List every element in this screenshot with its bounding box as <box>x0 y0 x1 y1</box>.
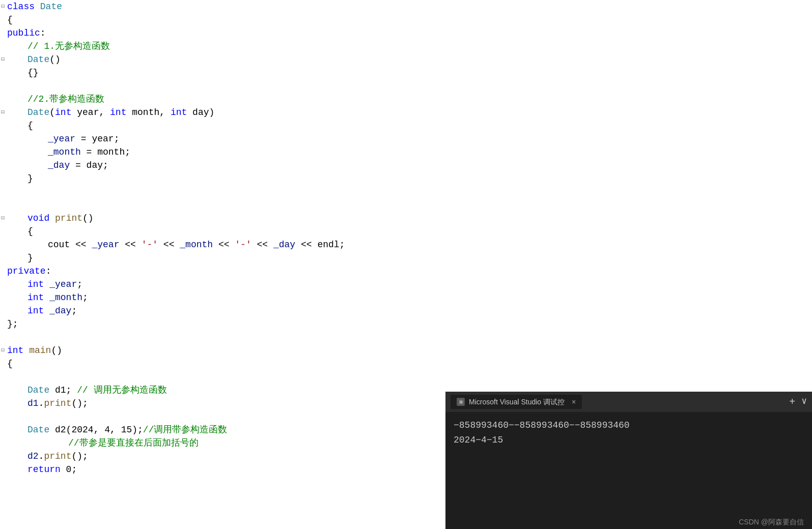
code-line: _day = day; <box>0 159 812 172</box>
collapse-arrow[interactable]: ⊟ <box>1 53 5 66</box>
code-line: { <box>0 13 812 26</box>
token-plain: { <box>27 225 33 238</box>
token-plain: = day; <box>70 159 108 172</box>
token-plain: (); <box>71 450 88 463</box>
token-plain: } <box>27 251 33 264</box>
token-plain: () <box>51 344 62 357</box>
collapse-arrow[interactable]: ⊟ <box>1 344 5 357</box>
token-var-dark: _day <box>48 159 70 172</box>
token-plain: = month; <box>81 145 130 159</box>
token-fn-yellow: print <box>55 212 82 225</box>
token-plain: () <box>82 212 94 225</box>
collapse-arrow[interactable]: ⊟ <box>1 0 5 13</box>
token-plain: { <box>7 357 13 370</box>
token-plain: : <box>40 26 46 40</box>
token-cn-date: Date <box>40 0 62 13</box>
code-line: private: <box>0 264 812 278</box>
token-var-dark: _year <box>49 278 77 291</box>
token-plain: }; <box>7 317 18 331</box>
code-line: ⊟Date() <box>0 53 812 66</box>
token-cm-comment: // 1.无参构造函数 <box>27 40 110 53</box>
code-line: {} <box>0 66 812 79</box>
token-plain <box>44 291 49 304</box>
token-cn-date: Date <box>27 53 49 66</box>
collapse-arrow[interactable]: ⊟ <box>1 212 5 225</box>
token-plain: 0; <box>61 463 77 476</box>
token-plain: ; <box>82 291 88 304</box>
token-plain: = year; <box>75 132 119 145</box>
code-line: ⊟void print() <box>0 212 812 225</box>
token-cn-date: Date <box>27 106 49 119</box>
token-plain <box>44 304 49 317</box>
token-plain: { <box>27 119 33 132</box>
token-str-red: '-' <box>142 238 158 251</box>
code-line: ⊟int main() <box>0 344 812 357</box>
code-line <box>0 370 812 384</box>
code-line: //2.带参构造函数 <box>0 93 812 106</box>
token-plain: d1; <box>49 384 77 397</box>
token-plain: endl; <box>317 238 345 251</box>
token-plain: ; <box>77 278 82 291</box>
token-kw-int: int <box>27 278 44 291</box>
token-kw-return: return <box>27 463 61 476</box>
code-line: ⊟Date(int year, int month, int day) <box>0 106 812 119</box>
terminal-close-button[interactable]: × <box>572 397 576 407</box>
terminal-body: −858993460−−858993460−−858993460 2024−4−… <box>445 412 812 515</box>
token-plain: . <box>39 397 44 410</box>
code-line: public: <box>0 26 812 40</box>
token-var-dark: d1 <box>27 397 39 410</box>
collapse-arrow[interactable]: ⊟ <box>1 106 5 119</box>
code-line: // 1.无参构造函数 <box>0 40 812 53</box>
token-kw-int: int <box>55 106 71 119</box>
token-var-dark: _month <box>180 238 213 251</box>
code-line: int _day; <box>0 304 812 317</box>
token-kw-private: private <box>7 264 46 278</box>
code-line <box>0 79 812 93</box>
code-line: int _month; <box>0 291 812 304</box>
token-plain: } <box>27 172 33 185</box>
token-cm-comment: //2.带参构造函数 <box>27 93 104 106</box>
terminal-footer: CSDN @阿森要自信 <box>445 515 812 529</box>
token-plain: day) <box>187 106 214 119</box>
token-kw-int: int <box>171 106 187 119</box>
token-plain: : <box>46 264 51 278</box>
token-var-dark: _month <box>48 145 81 159</box>
token-var-dark: _day <box>273 238 295 251</box>
token-plain: year, <box>71 106 110 119</box>
token-kw-public: public <box>7 26 40 40</box>
token-var-dark: _month <box>49 291 82 304</box>
token-var-dark: d2 <box>27 450 39 463</box>
token-plain: << <box>251 238 273 251</box>
terminal-titlebar: ▣ Microsoft Visual Studio 调试控 × + ∨ <box>445 392 812 412</box>
terminal-chevron-button[interactable]: ∨ <box>801 395 807 409</box>
token-var-dark: _year <box>48 132 75 145</box>
token-plain: () <box>49 53 61 66</box>
token-plain <box>23 344 29 357</box>
code-line <box>0 198 812 212</box>
token-fn-yellow: print <box>44 397 71 410</box>
code-line: _year = year; <box>0 132 812 145</box>
terminal-tab[interactable]: ▣ Microsoft Visual Studio 调试控 × <box>451 395 582 409</box>
terminal-tab-label: Microsoft Visual Studio 调试控 <box>469 397 565 407</box>
code-line: int _year; <box>0 278 812 291</box>
terminal-brand: CSDN @阿森要自信 <box>739 517 804 527</box>
token-cm-comment: //调用带参构造函数 <box>143 423 228 436</box>
token-plain: month, <box>126 106 170 119</box>
terminal-panel: ▣ Microsoft Visual Studio 调试控 × + ∨ −858… <box>445 392 812 529</box>
token-plain: . <box>39 450 44 463</box>
code-line: }; <box>0 317 812 331</box>
token-fn-yellow: print <box>44 450 71 463</box>
token-plain: ; <box>71 304 77 317</box>
token-plain: d2(2024, 4, 15); <box>49 423 143 436</box>
code-line <box>0 331 812 344</box>
terminal-plus-button[interactable]: + <box>789 395 795 409</box>
token-plain: << <box>119 238 141 251</box>
terminal-controls: + ∨ <box>789 395 807 409</box>
token-kw-int: int <box>110 106 126 119</box>
terminal-tab-icon: ▣ <box>457 398 465 406</box>
token-str-red: '-' <box>235 238 251 251</box>
token-kw-class: class <box>7 0 40 13</box>
code-line: { <box>0 225 812 238</box>
token-cn-date: Date <box>27 423 49 436</box>
token-plain <box>44 278 49 291</box>
